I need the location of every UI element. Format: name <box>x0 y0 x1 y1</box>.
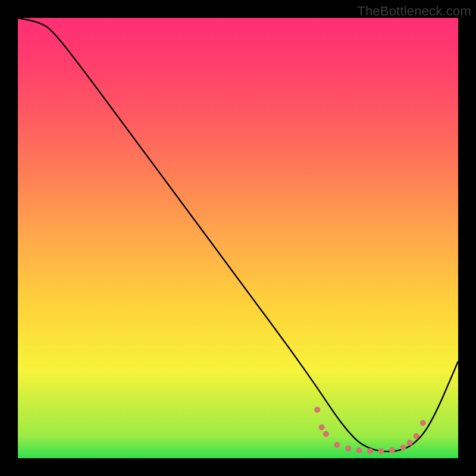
marker-dot <box>367 448 373 454</box>
marker-dot <box>389 447 395 453</box>
marker-dot <box>319 424 325 430</box>
bottleneck-curve <box>18 18 458 452</box>
chart-svg <box>18 18 458 458</box>
marker-dot <box>323 431 329 437</box>
marker-dot <box>334 442 340 448</box>
chart-frame: TheBottleneck.com <box>0 0 476 476</box>
marker-dot <box>400 444 406 450</box>
marker-dot <box>378 448 384 454</box>
marker-dot <box>314 407 320 413</box>
marker-dot <box>414 433 419 439</box>
marker-dot <box>356 447 362 453</box>
chart-plot-area <box>18 18 458 458</box>
marker-dot <box>407 440 413 446</box>
watermark-text: TheBottleneck.com <box>357 4 471 19</box>
marker-dot <box>420 420 426 426</box>
marker-dot <box>345 446 351 452</box>
